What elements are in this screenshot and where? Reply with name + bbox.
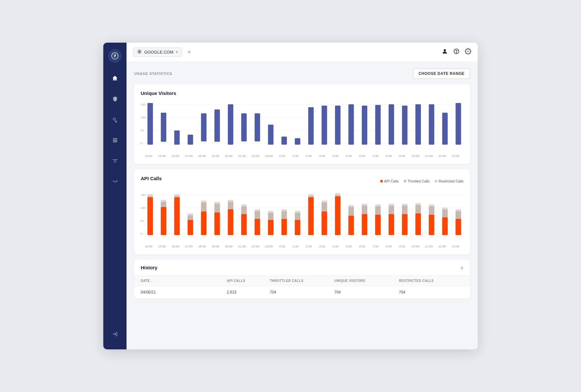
chevron-down-icon: ▾: [176, 50, 178, 54]
topbar-right: [442, 48, 471, 56]
svg-text:50: 50: [141, 129, 144, 132]
svg-rect-18: [161, 113, 166, 142]
svg-rect-35: [389, 104, 394, 145]
svg-rect-19: [174, 130, 180, 145]
svg-rect-39: [442, 113, 448, 145]
svg-rect-120: [455, 219, 461, 235]
history-toggle-icon[interactable]: ∧: [460, 265, 464, 270]
svg-rect-34: [375, 105, 381, 145]
svg-rect-109: [308, 197, 314, 235]
api-x-axis: 14:30 15:30 16:30 17:30 18:30 19:30 20:3…: [141, 244, 464, 248]
section-label: USAGE STATISTICS: [134, 72, 172, 76]
svg-rect-20: [188, 135, 193, 145]
site-selector[interactable]: GOOGLE.COM ▾: [133, 47, 182, 57]
sidebar-item-filters[interactable]: [109, 155, 121, 167]
sidebar: [103, 43, 127, 349]
svg-rect-21: [201, 113, 207, 141]
svg-rect-99: [174, 197, 180, 235]
th-date: DATE ↓: [141, 279, 227, 283]
sidebar-item-keys[interactable]: [109, 114, 121, 125]
svg-rect-116: [402, 214, 407, 235]
content-area: USAGE STATISTICS CHOOSE DATE RANGE Uniqu…: [127, 62, 478, 349]
svg-point-6: [444, 49, 446, 51]
svg-rect-111: [335, 196, 341, 235]
svg-rect-36: [402, 106, 407, 145]
svg-text:100: 100: [141, 206, 145, 210]
svg-rect-22: [214, 109, 220, 142]
sidebar-item-home[interactable]: [109, 72, 121, 84]
svg-text:50: 50: [141, 219, 144, 222]
svg-rect-27: [281, 137, 287, 145]
svg-rect-26: [268, 125, 273, 145]
api-calls-chart: 150 100 50 0: [141, 191, 464, 243]
svg-text:0: 0: [141, 232, 142, 235]
content-header: USAGE STATISTICS CHOOSE DATE RANGE: [134, 68, 470, 79]
svg-rect-117: [415, 213, 421, 235]
svg-rect-103: [228, 209, 233, 235]
api-calls-legend: API Calls Throtled Calls Restricted Call…: [380, 179, 464, 183]
svg-text:150: 150: [141, 193, 145, 197]
svg-rect-24: [241, 113, 247, 141]
td-date: 04/06/21: [141, 290, 227, 294]
svg-rect-104: [241, 214, 247, 235]
th-unique-visitors: UNIQUE VISITORS: [334, 279, 399, 283]
add-tab-button[interactable]: +: [185, 48, 194, 57]
svg-rect-33: [362, 106, 367, 145]
svg-rect-100: [188, 220, 193, 235]
sidebar-item-grid[interactable]: [109, 134, 121, 146]
api-calls-header: API Calls API Calls Throtled Calls Re: [141, 176, 464, 186]
globe-icon: [137, 49, 142, 55]
svg-rect-2: [113, 138, 117, 139]
svg-rect-119: [442, 217, 448, 235]
table-row: 04/06/21 2,615 704 704 704: [134, 286, 470, 299]
sidebar-bottom: [109, 328, 121, 343]
svg-rect-118: [429, 215, 434, 235]
sidebar-logo[interactable]: [108, 49, 122, 63]
sidebar-item-security[interactable]: [109, 93, 121, 105]
help-icon[interactable]: [453, 48, 460, 56]
svg-rect-3: [113, 140, 117, 141]
svg-rect-31: [335, 106, 341, 145]
svg-rect-113: [362, 214, 367, 235]
th-restricted: RESTRICTED CALLS: [399, 279, 464, 283]
svg-rect-40: [455, 103, 461, 145]
sort-icon[interactable]: ↓: [151, 279, 153, 283]
svg-point-1: [113, 118, 115, 120]
td-restricted: 704: [399, 290, 464, 294]
td-api-calls: 2,615: [227, 290, 270, 294]
history-header: History ∧: [134, 260, 470, 276]
history-title: History: [141, 265, 158, 270]
unique-visitors-chart: 150 100 50 0: [141, 101, 464, 153]
table-header: DATE ↓ API CALLS THROTTLED CALLS UNIQUE …: [134, 276, 470, 286]
td-unique-visitors: 704: [334, 290, 399, 294]
topbar: GOOGLE.COM ▾ +: [127, 43, 478, 62]
unique-visitors-card: Unique Visitors 150 100 50 0: [134, 84, 470, 164]
svg-text:150: 150: [141, 103, 145, 106]
date-range-button[interactable]: CHOOSE DATE RANGE: [413, 68, 470, 79]
svg-point-8: [456, 53, 456, 53]
svg-rect-38: [429, 104, 434, 145]
history-card: History ∧ DATE ↓ API CALLS THROTTLED CAL…: [134, 260, 470, 299]
th-api-calls: API CALLS: [227, 279, 270, 283]
svg-rect-28: [295, 138, 300, 145]
site-label: GOOGLE.COM: [144, 50, 173, 55]
td-throttled: 704: [270, 290, 334, 294]
account-icon[interactable]: [442, 48, 448, 56]
svg-rect-30: [321, 106, 327, 145]
settings-icon[interactable]: [465, 48, 471, 56]
svg-rect-114: [375, 215, 381, 235]
sidebar-item-monitor[interactable]: [109, 176, 121, 187]
api-calls-card: API Calls API Calls Throtled Calls Re: [134, 169, 470, 254]
svg-rect-29: [308, 107, 314, 145]
unique-visitors-title: Unique Visitors: [141, 90, 464, 96]
api-calls-title: API Calls: [141, 176, 162, 181]
restricted-dot: [435, 180, 437, 182]
svg-rect-25: [255, 113, 260, 141]
svg-rect-107: [281, 219, 287, 235]
legend-throttled: Throtled Calls: [404, 179, 430, 183]
svg-rect-105: [255, 219, 260, 235]
svg-rect-102: [214, 212, 220, 235]
svg-rect-101: [201, 211, 207, 235]
main: GOOGLE.COM ▾ +: [127, 43, 478, 349]
logout-button[interactable]: [109, 328, 121, 340]
